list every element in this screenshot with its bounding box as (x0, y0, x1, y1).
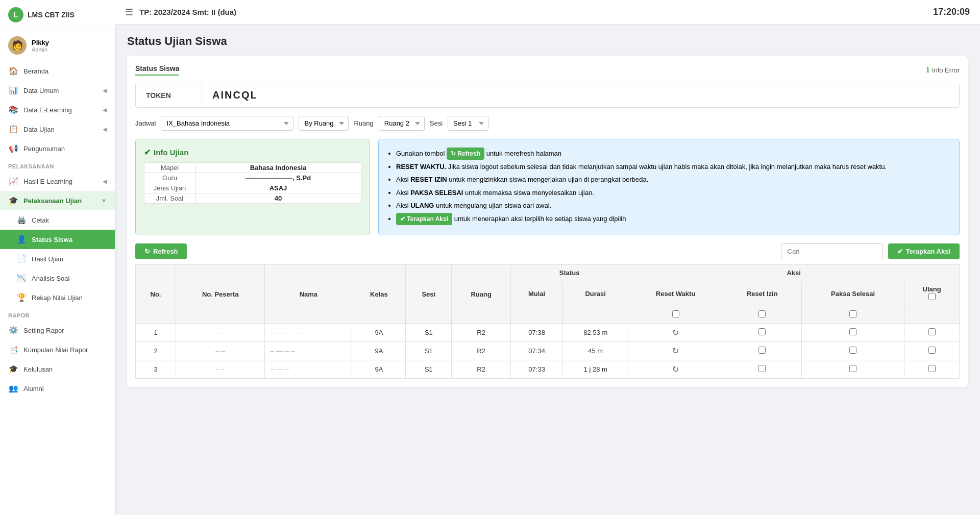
chevron-right-icon: ◀ (103, 126, 107, 133)
sidebar-item-hasil-ujian[interactable]: 📄 Hasil Ujian (0, 249, 115, 268)
token-row: TOKEN AINCQL (135, 83, 960, 108)
sidebar-item-cetak[interactable]: 🖨️ Cetak (0, 210, 115, 230)
th-mulai-2 (511, 306, 563, 324)
sidebar-item-rekap-label: Rekap Nilai Ujian (32, 294, 83, 302)
reset-waktu-icon[interactable]: ↻ (672, 347, 679, 355)
reset-waktu-icon[interactable]: ↻ (672, 365, 679, 374)
td-reset-izin[interactable] (723, 360, 801, 379)
reset-izin-checkbox[interactable] (758, 365, 766, 372)
sidebar-item-data-umum[interactable]: 📊 Data Umum ◀ (0, 81, 115, 100)
td-paksa-selesai[interactable] (801, 360, 904, 379)
terapkan-aksi-label: Terapkan Aksi (906, 248, 950, 255)
td-paksa-selesai[interactable] (801, 342, 904, 360)
data-umum-icon: 📊 (8, 86, 18, 95)
sidebar-item-data-ujian[interactable]: 📋 Data Ujian ◀ (0, 119, 115, 139)
help-list: Gunakan tombol ↻ Refresh untuk merefresh… (387, 148, 951, 225)
sidebar-item-alumni[interactable]: 👥 Alumni (0, 379, 115, 398)
check-icon: ✔ (897, 248, 903, 255)
terapkan-aksi-button[interactable]: ✔ Terapkan Aksi (888, 243, 960, 259)
info-ujian-title: Info Ujian (154, 148, 188, 157)
ulang-all-checkbox[interactable] (928, 293, 936, 300)
status-siswa-icon: 👤 (16, 235, 27, 244)
status-siswa-tab[interactable]: Status Siswa (135, 64, 179, 76)
sidebar-item-kumpulan-nilai[interactable]: 📑 Kumpulan Nilai Rapor (0, 340, 115, 359)
td-ulang[interactable] (904, 342, 960, 360)
ulang-checkbox[interactable] (928, 347, 936, 354)
th-paksa-selesai: Paksa Selesai (801, 281, 904, 306)
sidebar-item-rekap-nilai[interactable]: 🏆 Rekap Nilai Ujian (0, 288, 115, 307)
reset-waktu-icon[interactable]: ↻ (672, 328, 679, 337)
sesi-select[interactable]: Sesi 1 (448, 116, 488, 131)
info-icon: ℹ (926, 65, 929, 75)
mapel-value: Bahasa Indonesia (195, 163, 361, 173)
td-reset-waktu[interactable]: ↻ (628, 342, 723, 360)
chevron-right-icon: ◀ (103, 107, 107, 113)
paksa-selesai-checkbox[interactable] (849, 365, 856, 372)
paksa-selesai-checkbox[interactable] (849, 328, 856, 335)
list-item: Gunakan tombol ↻ Refresh untuk merefresh… (396, 148, 951, 160)
reset-izin-checkbox[interactable] (758, 328, 766, 335)
td-paksa-selesai[interactable] (801, 324, 904, 342)
section-rapor: RAPOR (0, 307, 115, 321)
td-reset-waktu[interactable]: ↻ (628, 360, 723, 379)
paksa-selesai-checkbox[interactable] (849, 347, 856, 354)
sidebar-logo: L LMS CBT ZIIS (0, 0, 115, 30)
reset-waktu-all-checkbox[interactable] (672, 310, 679, 317)
paksa-selesai-all-checkbox[interactable] (849, 310, 856, 317)
refresh-button[interactable]: ↻ Refresh (135, 243, 187, 259)
info-error-label: Info Error (932, 66, 960, 74)
avatar: 🧑 (8, 36, 27, 55)
ulang-checkbox[interactable] (928, 328, 936, 335)
students-table: No. No. Peserta Nama Kelas Sesi Ruang St… (135, 264, 960, 379)
td-kelas: 9A (352, 360, 406, 379)
main-card: Status Siswa ℹ Info Error TOKEN AINCQL J… (127, 56, 968, 387)
sidebar-item-hasil-elearning[interactable]: 📈 Hasil E-Learning ◀ (0, 171, 115, 191)
table-row: 3 ─ ─ ─ ── ─ 9A S1 R2 07:33 1 j 28 m ↻ (136, 360, 960, 379)
hasil-ujian-icon: 📄 (16, 254, 27, 263)
card-tab-header: Status Siswa ℹ Info Error (135, 64, 960, 76)
topbar-title: TP: 2023/2024 Smt: II (dua) (139, 8, 236, 16)
token-label: TOKEN (136, 83, 202, 107)
sidebar-item-analisis-soal[interactable]: 📉 Analisis Soal (0, 268, 115, 288)
alumni-icon: 👥 (8, 384, 18, 393)
chevron-down-icon: ▼ (101, 198, 107, 204)
sidebar-item-status-siswa[interactable]: 👤 Status Siswa (0, 230, 115, 249)
app-logo-icon: L (8, 7, 23, 22)
td-ruang: R2 (452, 342, 511, 360)
table-row: Mapel Bahasa Indonesia (144, 163, 361, 173)
sidebar-item-kelulusan[interactable]: 🎓 Kelulusan (0, 359, 115, 379)
sidebar-item-pelaksanaan-ujian-label: Pelaksanaan Ujian (23, 197, 82, 205)
search-input[interactable] (781, 243, 883, 259)
reset-izin-checkbox[interactable] (758, 347, 766, 354)
td-nama: ─ ── ─ (265, 360, 352, 379)
ruang-select[interactable]: Ruang 2 (379, 116, 425, 131)
table-row: Jenis Ujian ASAJ (144, 183, 361, 193)
ulang-checkbox[interactable] (928, 365, 936, 372)
menu-toggle-button[interactable]: ☰ (125, 7, 133, 18)
by-ruang-select[interactable]: By Ruang (299, 116, 349, 131)
jenis-value: ASAJ (195, 183, 361, 193)
students-table-wrapper: No. No. Peserta Nama Kelas Sesi Ruang St… (135, 264, 960, 379)
jadwal-select[interactable]: IX_Bahasa Indonesia (161, 116, 293, 131)
td-ulang[interactable] (904, 360, 960, 379)
td-durasi: 1 j 28 m (563, 360, 628, 379)
sidebar-item-setting-rapor[interactable]: ⚙️ Setting Rapor (0, 321, 115, 340)
sidebar-item-analisis-label: Analisis Soal (32, 275, 69, 282)
th-kelas: Kelas (352, 265, 406, 324)
td-reset-izin[interactable] (723, 342, 801, 360)
table-row: 1 ─ ─ ─ ── ─ ─ ─ ─ 9A S1 R2 07:38 82.53 … (136, 324, 960, 342)
info-error-button[interactable]: ℹ Info Error (926, 65, 960, 75)
table-row: 2 ─ ─ ─ ── ─ ─ 9A S1 R2 07:34 45 m ↻ (136, 342, 960, 360)
reset-izin-all-checkbox[interactable] (758, 310, 766, 317)
rekap-icon: 🏆 (16, 293, 27, 302)
td-reset-izin[interactable] (723, 324, 801, 342)
sidebar-user: 🧑 Pikky Admin (0, 30, 115, 61)
sidebar-item-beranda[interactable]: 🏠 Beranda (0, 61, 115, 81)
sidebar-item-data-elearning[interactable]: 📚 Data E-Learning ◀ (0, 100, 115, 119)
sidebar-item-hasil-ujian-label: Hasil Ujian (32, 255, 63, 263)
sidebar-item-pelaksanaan-ujian[interactable]: 🎓 Pelaksanaan Ujian ▼ (0, 191, 115, 210)
list-item: ✔ Terapkan Aksi untuk menerapkan aksi te… (396, 213, 951, 225)
td-ulang[interactable] (904, 324, 960, 342)
sidebar-item-pengumuman[interactable]: 📢 Pengumuman (0, 139, 115, 158)
td-reset-waktu[interactable]: ↻ (628, 324, 723, 342)
